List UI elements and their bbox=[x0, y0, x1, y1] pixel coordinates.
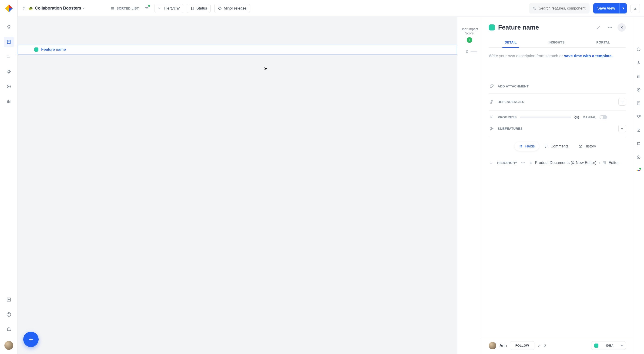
list-area: Feature name User Impact Score ↓ 0 bbox=[18, 17, 482, 354]
add-subfeature-button[interactable]: + bbox=[618, 125, 626, 132]
svg-point-12 bbox=[24, 7, 25, 8]
detail-panel: Feature name ••• DETAIL INSIGHTS PORTAL … bbox=[482, 17, 633, 354]
calculator-icon[interactable] bbox=[636, 101, 641, 106]
filter-active-dot bbox=[148, 5, 150, 7]
hierarchy-more-button[interactable]: ••• bbox=[520, 159, 526, 167]
panel-footer: Anh FOLLOW 0 IDEA ▾ bbox=[482, 337, 633, 354]
user-avatar[interactable] bbox=[4, 341, 13, 350]
follow-button[interactable]: FOLLOW bbox=[510, 341, 534, 350]
description-placeholder[interactable]: Write your own description from scratch … bbox=[489, 54, 626, 58]
owner-placeholder-icon bbox=[22, 6, 26, 11]
pill-fields[interactable]: Fields bbox=[515, 142, 539, 151]
chevron-down-icon: ▾ bbox=[621, 343, 623, 348]
add-dependency-button[interactable]: + bbox=[618, 98, 626, 106]
magic-wand-button[interactable] bbox=[594, 23, 602, 32]
filter-button[interactable] bbox=[142, 4, 150, 12]
progress-value: 0% bbox=[574, 115, 580, 119]
pill-tabs: Fields Comments History bbox=[489, 137, 626, 155]
project-title: Collaboration Boosters bbox=[35, 6, 81, 11]
create-button[interactable]: + bbox=[23, 332, 38, 347]
ideas-icon[interactable] bbox=[4, 22, 14, 32]
svg-point-22 bbox=[531, 162, 532, 163]
hierarchy-parent[interactable]: Product Documents (& New Editor) bbox=[535, 160, 596, 165]
search-input[interactable] bbox=[539, 6, 586, 10]
release-filter[interactable]: Minor release bbox=[214, 4, 250, 13]
svg-rect-27 bbox=[603, 163, 604, 164]
tab-insights[interactable]: INSIGHTS bbox=[546, 37, 567, 48]
history-icon bbox=[578, 144, 582, 148]
feature-row[interactable]: Feature name bbox=[18, 45, 457, 54]
chevron-down-icon[interactable]: ▾ bbox=[619, 3, 627, 14]
hierarchy-icon bbox=[489, 160, 494, 165]
status-color-chip bbox=[594, 344, 598, 348]
notifications-icon[interactable] bbox=[4, 324, 14, 334]
svg-point-11 bbox=[8, 315, 9, 316]
tab-detail[interactable]: DETAIL bbox=[502, 37, 519, 48]
hierarchy-filter[interactable]: Hierarchy bbox=[154, 4, 183, 13]
manual-toggle[interactable] bbox=[600, 115, 607, 119]
topbar: 🐢 Collaboration Boosters ▾ SORTED LIST H… bbox=[18, 0, 644, 17]
svg-point-5 bbox=[8, 70, 10, 74]
sorted-list-button[interactable]: SORTED LIST bbox=[110, 6, 139, 10]
pill-history[interactable]: History bbox=[574, 142, 600, 151]
attachment-section[interactable]: ADD ATTACHMENT bbox=[489, 79, 626, 93]
save-view-button[interactable]: Save view ▾ bbox=[593, 3, 627, 14]
help-icon[interactable] bbox=[4, 309, 14, 320]
download-button[interactable] bbox=[630, 4, 640, 13]
template-link[interactable]: save time with a template. bbox=[564, 54, 613, 58]
building-icon[interactable] bbox=[636, 74, 641, 80]
more-colored-icon[interactable]: ••• bbox=[636, 168, 640, 172]
drag-handle-icon[interactable] bbox=[529, 161, 532, 165]
signal-icon bbox=[538, 344, 542, 348]
signal-count[interactable]: 0 bbox=[538, 344, 546, 348]
search-box[interactable] bbox=[529, 3, 590, 14]
target-icon[interactable] bbox=[636, 88, 641, 93]
reports-icon[interactable] bbox=[4, 294, 14, 305]
progress-bar[interactable] bbox=[520, 116, 571, 118]
tree-icon bbox=[489, 126, 494, 131]
features-icon[interactable] bbox=[4, 37, 14, 47]
status-picker[interactable]: IDEA ▾ bbox=[591, 341, 626, 350]
score-column: User Impact Score ↓ 0 bbox=[457, 17, 482, 354]
filter-icon bbox=[144, 6, 149, 11]
flag-icon[interactable] bbox=[636, 142, 641, 147]
sigma-icon[interactable] bbox=[636, 128, 641, 134]
svg-point-14 bbox=[533, 7, 535, 9]
trophy-icon[interactable] bbox=[636, 114, 641, 120]
more-button[interactable]: ••• bbox=[606, 23, 614, 32]
tab-portal[interactable]: PORTAL bbox=[594, 37, 612, 48]
feature-title[interactable]: Feature name bbox=[498, 24, 591, 31]
tag-icon bbox=[218, 6, 222, 10]
component-icon bbox=[602, 161, 606, 165]
chevron-right-icon: › bbox=[599, 160, 600, 165]
roadmap-icon[interactable] bbox=[4, 52, 14, 62]
svg-point-20 bbox=[531, 162, 532, 162]
user-icon[interactable] bbox=[636, 60, 641, 66]
hierarchy-icon bbox=[158, 6, 162, 10]
owner-name[interactable]: Anh bbox=[500, 344, 507, 348]
attachment-icon bbox=[489, 84, 494, 88]
hierarchy-leaf[interactable]: Editor bbox=[608, 160, 619, 165]
svg-point-8 bbox=[8, 86, 9, 87]
target-icon[interactable] bbox=[4, 82, 14, 92]
check-circle-icon[interactable] bbox=[636, 155, 641, 160]
status-filter[interactable]: Status bbox=[187, 4, 210, 13]
building-icon[interactable] bbox=[4, 96, 14, 106]
subfeatures-section: SUBFEATURES + bbox=[489, 124, 626, 137]
right-rail: ••• bbox=[633, 17, 644, 354]
left-nav-rail bbox=[0, 0, 18, 354]
owner-avatar[interactable] bbox=[489, 342, 496, 349]
app-logo[interactable] bbox=[5, 4, 13, 12]
breadcrumb[interactable]: 🐢 Collaboration Boosters ▾ bbox=[22, 6, 84, 11]
pill-comments[interactable]: Comments bbox=[540, 142, 572, 151]
sort-direction-badge[interactable]: ↓ bbox=[467, 37, 472, 43]
svg-point-29 bbox=[638, 62, 639, 62]
svg-point-16 bbox=[490, 129, 491, 130]
svg-point-17 bbox=[492, 128, 493, 129]
feature-row-title[interactable]: Feature name bbox=[41, 47, 66, 52]
strategy-icon[interactable] bbox=[4, 66, 14, 77]
status-color-chip bbox=[34, 48, 38, 52]
status-color-chip[interactable] bbox=[489, 24, 495, 30]
history-icon[interactable] bbox=[636, 47, 641, 52]
close-button[interactable] bbox=[618, 23, 626, 32]
